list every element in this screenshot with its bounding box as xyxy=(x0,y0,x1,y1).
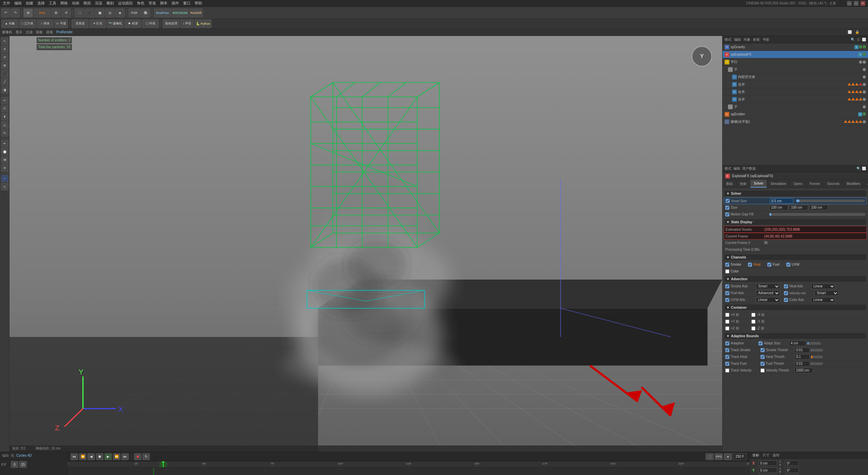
heat-adv-select[interactable]: Linear Smart Advanced xyxy=(811,284,835,289)
menu-render[interactable]: 渲染 xyxy=(95,1,102,6)
menu-mesh[interactable]: 网格 xyxy=(60,1,68,6)
redshift-btn[interactable]: Redshift xyxy=(189,8,203,17)
play-forward-btn[interactable]: ▶ xyxy=(104,453,112,460)
scale-tool-btn[interactable]: ⊞ xyxy=(51,8,61,17)
fuel-checkbox[interactable] xyxy=(767,263,771,267)
rot-x-input[interactable] xyxy=(785,460,799,466)
stats-section-header[interactable]: ▼ Stats Display xyxy=(724,218,867,225)
xyz-btn[interactable]: XYZ xyxy=(34,8,51,17)
coord-y-input[interactable] xyxy=(758,468,777,473)
tool-edges[interactable]: ╱ xyxy=(1,78,8,86)
obj-tab-mode[interactable]: 模式 xyxy=(725,37,731,42)
adapt-size-checkbox[interactable] xyxy=(758,341,763,345)
play-backward-btn[interactable]: ◀ xyxy=(87,453,95,460)
voxel-size-slider[interactable] xyxy=(796,200,865,202)
sphere-btn[interactable]: ○ 球体 xyxy=(37,19,54,28)
advection-section-header[interactable]: ▼ Advection xyxy=(724,276,867,282)
tab-upres[interactable]: Upres xyxy=(790,180,806,188)
tab-advection[interactable]: Advection xyxy=(864,180,868,188)
menu-plugins[interactable]: 插件 xyxy=(172,1,179,6)
fps-btn[interactable]: FPS xyxy=(715,453,723,460)
smoke-adv-select[interactable]: Smart Linear Advanced xyxy=(756,284,780,289)
obj-tab-tags[interactable]: 标签 xyxy=(753,37,760,42)
obj-tab-edit[interactable]: 编辑 xyxy=(734,37,741,42)
props-tab-coord[interactable]: 编辑 xyxy=(733,166,740,171)
coords-tab-position[interactable]: 坐标 xyxy=(752,453,759,458)
menu-tracking[interactable]: 运动跟踪 xyxy=(118,1,133,6)
obj-item-innercube[interactable]: □ 内部空方体 xyxy=(723,73,868,81)
obj-filter-btn[interactable]: ☰ xyxy=(857,38,860,41)
vel-adv-select[interactable]: Smart Linear Advanced xyxy=(814,290,839,296)
menu-script[interactable]: 脚本 xyxy=(160,1,167,6)
tab-basic[interactable]: 基础 xyxy=(723,180,736,188)
rotate-tool-btn[interactable]: ↺ xyxy=(61,8,71,17)
z-neg-checkbox[interactable] xyxy=(751,326,755,330)
tool-move[interactable]: ✛ xyxy=(1,45,8,53)
obj-item-floor[interactable]: ⬚ 楼梯(水平面) xyxy=(723,118,868,126)
tool-xp[interactable]: X xyxy=(1,175,8,182)
tool-paint[interactable]: ✏ xyxy=(1,140,8,147)
tool-smooth[interactable]: ≋ xyxy=(1,164,8,172)
adapt-size-input[interactable] xyxy=(789,341,806,346)
size-y-input[interactable] xyxy=(789,205,808,210)
frame-input[interactable]: 0 xyxy=(11,461,18,468)
realflow-btn[interactable]: RealFlow xyxy=(154,8,171,17)
tool-points[interactable]: ⬛ xyxy=(1,70,8,77)
menu-edit[interactable]: 编辑 xyxy=(14,1,22,6)
smoke-thresh-slider[interactable] xyxy=(811,349,823,352)
heat-thresh-input[interactable] xyxy=(794,354,810,360)
obj-item-light[interactable]: ☀ 平行 xyxy=(723,58,868,66)
view-more-btn[interactable]: ⋮ xyxy=(863,30,866,34)
fuel-thresh-slider[interactable] xyxy=(811,362,823,365)
tool-rotate[interactable]: ↺ xyxy=(1,54,8,61)
vel-thresh-input[interactable] xyxy=(794,368,813,373)
x-pos-checkbox[interactable] xyxy=(725,313,729,317)
mat-btn[interactable]: ◈ 材质 xyxy=(124,19,141,28)
motion-gap-slider[interactable] xyxy=(769,213,865,216)
insydium-btn[interactable]: INSYDIUM xyxy=(172,8,189,17)
redo-btn[interactable]: ↷ xyxy=(11,8,20,17)
view-menu-camera[interactable]: 摄像机 xyxy=(2,30,12,35)
tool-bridge[interactable]: ⊓ xyxy=(1,105,8,112)
menu-tools[interactable]: 工具 xyxy=(49,1,56,6)
playback-mode-btn[interactable]: ⬚ xyxy=(706,453,714,460)
motion-gap-checkbox[interactable] xyxy=(725,212,729,216)
tab-coord[interactable]: 坐标 xyxy=(736,180,750,188)
obj-item-xpgravity[interactable]: G xpGravity x xyxy=(723,43,868,51)
obj-item-child2[interactable]: 子 xyxy=(723,103,868,111)
tab-cycles-link[interactable]: Cycles 4D xyxy=(16,454,32,457)
tool-extrude[interactable]: ⬆ xyxy=(1,113,8,120)
view-menu-prorender[interactable]: ProRender xyxy=(56,30,73,34)
tool-bevel[interactable]: ◬ xyxy=(1,121,8,129)
y-neg-checkbox[interactable] xyxy=(751,320,755,324)
timeline-ruler[interactable]: 0 25 50 75 100 125 150 175 200 xyxy=(68,461,749,468)
menu-sculpt[interactable]: 雕刻 xyxy=(106,1,114,6)
color-adv-checkbox[interactable] xyxy=(784,298,788,302)
coords-tab-size[interactable]: 尺寸 xyxy=(763,453,769,458)
timeline-tracks[interactable] xyxy=(68,468,749,475)
deform-btn[interactable]: 变形器 xyxy=(72,19,88,28)
select-all-btn[interactable]: ⬚ xyxy=(75,8,84,17)
size-x-input[interactable] xyxy=(769,205,788,210)
view-fullscreen-btn[interactable]: ⬜ xyxy=(848,30,852,34)
rot-y-input[interactable] xyxy=(785,468,799,473)
props-close-btn[interactable]: ⬜ xyxy=(862,167,866,170)
fuel-adv-checkbox[interactable] xyxy=(725,291,729,295)
view-lock-btn[interactable]: 🔒 xyxy=(855,30,859,34)
props-tab-solver[interactable]: 用户数据 xyxy=(742,166,756,171)
adaptive-checkbox[interactable] xyxy=(725,341,729,345)
move-tool-btn[interactable]: ⊕ xyxy=(23,8,33,17)
obj-item-merge2[interactable]: M 合并 xyxy=(723,88,868,96)
fuel-thresh-checkbox[interactable] xyxy=(761,362,765,366)
menu-file[interactable]: 文件 xyxy=(3,1,10,6)
minimize-btn[interactable]: — xyxy=(847,1,852,6)
props-search-btn[interactable]: 🔍 xyxy=(856,167,861,170)
uvw-adv-checkbox[interactable] xyxy=(725,298,729,302)
rect-select-btn[interactable]: ▣ xyxy=(95,8,104,17)
props-tab-basic[interactable]: 模式 xyxy=(725,166,731,171)
tab-groups-link[interactable]: 组 xyxy=(11,453,14,458)
tab-sources[interactable]: Sources xyxy=(824,180,843,188)
plane-btn[interactable]: ▭ 平面 xyxy=(54,19,68,28)
color-checkbox[interactable] xyxy=(725,269,729,273)
heat-adv-checkbox[interactable] xyxy=(784,284,788,288)
